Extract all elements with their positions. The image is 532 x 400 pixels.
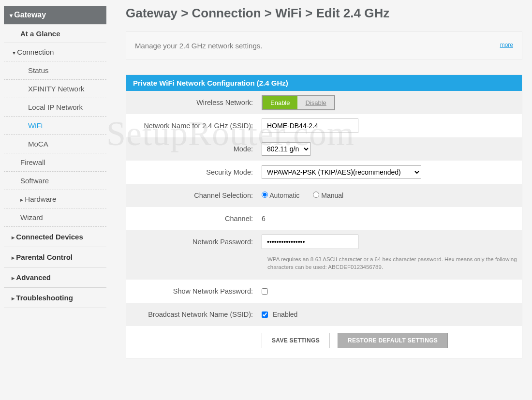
main-content: Gateway > Connection > WiFi > Edit 2.4 G… [126,6,522,358]
sidebar-item-connection[interactable]: Connection [4,43,106,61]
chevron-down-icon [13,48,17,56]
channel-value: 6 [262,215,517,222]
mode-select[interactable]: 802.11 g/n [262,142,310,156]
broadcast-label: Broadcast Network Name (SSID): [131,311,262,318]
sidebar-item-label: MoCA [28,140,48,148]
sidebar-item-firewall[interactable]: Firewall [4,153,106,172]
mode-label: Mode: [131,145,262,153]
sidebar-header-gateway[interactable]: Gateway [4,6,106,25]
channel-manual-radio[interactable] [313,192,319,198]
password-label: Network Password: [131,238,262,246]
info-bar: Manage your 2.4 GHz network settings. mo… [126,31,522,60]
row-mode: Mode: 802.11 g/n [126,137,522,161]
sidebar-item-label: XFINITY Network [28,85,84,93]
channel-auto-option[interactable]: Automatic [262,192,299,199]
sidebar-item-label: At a Glance [20,30,60,38]
sidebar-item-wifi[interactable]: WiFi [4,117,106,135]
sidebar-item-at-a-glance[interactable]: At a Glance [4,25,106,43]
sidebar-item-status[interactable]: Status [4,61,106,80]
sidebar-section-parental-control[interactable]: Parental Control [4,247,106,267]
sidebar-item-software[interactable]: Software [4,172,106,190]
password-hint: WPA requires an 8-63 ASCII character or … [126,253,522,280]
sidebar-item-label: Hardware [25,195,56,203]
ssid-label: Network Name for 2.4 GHz (SSID): [131,122,262,130]
row-wireless-network: Wireless Network: Enable Disable [126,91,522,114]
save-settings-button[interactable]: SAVE SETTINGS [262,333,330,348]
broadcast-checkbox[interactable] [262,311,268,318]
sidebar-section-label: Parental Control [16,253,73,261]
wireless-network-label: Wireless Network: [131,99,262,106]
password-input[interactable] [262,235,358,249]
disable-button[interactable]: Disable [297,96,334,109]
channel-label: Channel: [131,215,262,222]
sidebar-item-local-ip-network[interactable]: Local IP Network [4,98,106,117]
sidebar: Gateway At a GlanceConnectionStatusXFINI… [4,6,106,358]
row-password: Network Password: [126,230,522,253]
broadcast-text: Enabled [273,311,297,318]
sidebar-section-troubleshooting[interactable]: Troubleshooting [4,288,106,308]
chevron-down-icon [10,11,14,19]
chevron-right-icon [12,273,16,281]
show-password-checkbox[interactable] [262,288,268,295]
channel-selection-label: Channel Selection: [131,192,262,199]
sidebar-item-label: Local IP Network [28,103,83,111]
panel-title: Private WiFi Network Configuration (2.4 … [126,75,522,91]
sidebar-item-hardware[interactable]: Hardware [4,190,106,208]
row-channel-selection: Channel Selection: Automatic Manual [126,184,522,207]
row-security: Security Mode: WPAWPA2-PSK (TKIP/AES)(re… [126,161,522,184]
sidebar-item-xfinity-network[interactable]: XFINITY Network [4,80,106,98]
channel-manual-option[interactable]: Manual [313,192,343,199]
security-label: Security Mode: [131,168,262,176]
sidebar-item-label: Status [28,66,49,74]
sidebar-item-wizard[interactable]: Wizard [4,208,106,227]
sidebar-item-label: WiFi [28,121,43,130]
restore-defaults-button[interactable]: RESTORE DEFAULT SETTINGS [338,333,448,348]
breadcrumb: Gateway > Connection > WiFi > Edit 2.4 G… [126,6,522,21]
sidebar-item-moca[interactable]: MoCA [4,135,106,153]
sidebar-section-advanced[interactable]: Advanced [4,267,106,288]
row-show-password: Show Network Password: [126,280,522,303]
sidebar-section-label: Troubleshooting [16,294,73,302]
row-channel: Channel: 6 [126,207,522,230]
wireless-toggle[interactable]: Enable Disable [262,95,335,110]
sidebar-item-label: Wizard [20,213,43,222]
row-ssid: Network Name for 2.4 GHz (SSID): [126,114,522,137]
sidebar-section-label: Advanced [16,273,51,281]
row-broadcast: Broadcast Network Name (SSID): Enabled [126,303,522,326]
sidebar-header-label: Gateway [14,11,46,19]
chevron-right-icon [12,294,16,302]
show-password-label: Show Network Password: [131,287,262,295]
enable-button[interactable]: Enable [263,96,297,109]
sidebar-item-label: Connection [17,48,54,56]
sidebar-item-label: Firewall [20,158,45,166]
security-select[interactable]: WPAWPA2-PSK (TKIP/AES)(recommended) [262,165,421,179]
info-text: Manage your 2.4 GHz network settings. [135,42,262,50]
sidebar-item-label: Software [20,177,49,185]
chevron-right-icon [12,233,16,241]
ssid-input[interactable] [262,119,358,133]
config-panel: Private WiFi Network Configuration (2.4 … [126,74,522,358]
chevron-right-icon [20,195,25,203]
button-row: SAVE SETTINGS RESTORE DEFAULT SETTINGS [126,326,522,358]
channel-auto-radio[interactable] [262,192,268,198]
sidebar-section-label: Connected Devices [16,233,83,241]
chevron-right-icon [12,253,16,261]
more-link[interactable]: more [500,42,513,48]
sidebar-section-connected-devices[interactable]: Connected Devices [4,227,106,247]
